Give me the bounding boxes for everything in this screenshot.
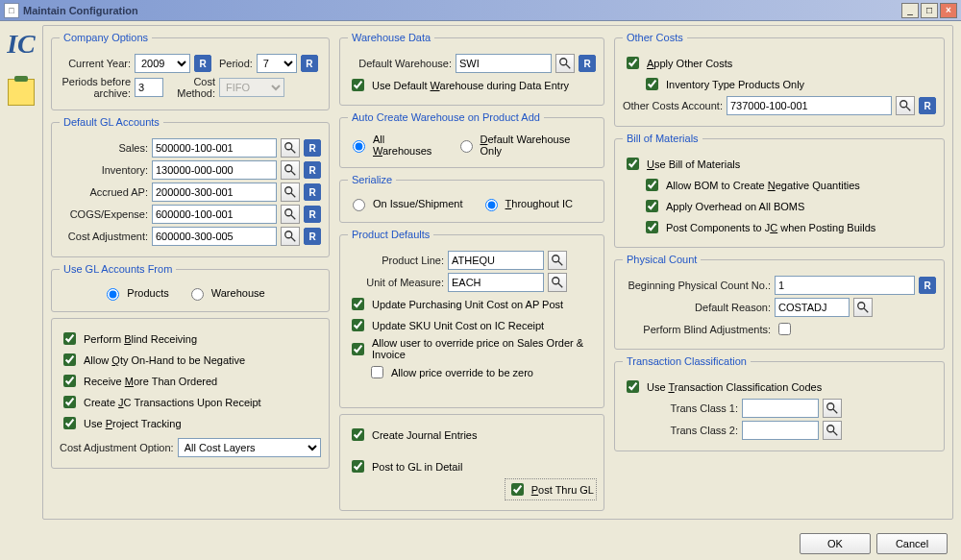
other-legend: Other Costs [623,32,687,43]
on-issue-radio[interactable]: On Issue/Shipment [348,196,463,211]
cogs-reset-button[interactable]: R [304,206,321,223]
product-line-input[interactable] [448,251,544,270]
inventory-lookup-button[interactable] [281,160,300,180]
serialize-legend: Serialize [348,174,396,185]
svg-line-17 [906,107,910,110]
minimize-button[interactable]: _ [901,3,919,18]
glfrom-legend: Use GL Accounts From [60,263,176,275]
uom-input[interactable] [448,273,544,292]
begin-count-label: Beginning Physical Count No.: [623,280,771,291]
current-year-select[interactable]: 2009 [135,54,190,73]
tc1-input[interactable] [742,399,819,418]
other-acct-label: Other Costs Account: [623,100,723,111]
other-acct-reset-button[interactable]: R [919,97,936,114]
bom-neg-check[interactable]: Allow BOM to Create Negative Quantities [642,176,936,194]
throughout-ic-radio[interactable]: Throughout IC [480,196,573,211]
maximize-button[interactable]: □ [921,3,938,18]
use-default-wh-check[interactable]: Use Default Warehouse during Data Entry [348,76,596,94]
create-je-check[interactable]: Create Journal Entries [348,426,477,444]
accrued-lookup-button[interactable] [281,183,300,202]
ok-button[interactable]: OK [800,533,871,554]
update-sku-check[interactable]: Update SKU Unit Cost on IC Receipt [348,316,596,334]
tc1-lookup-button[interactable] [823,399,842,418]
accrued-input[interactable] [152,183,277,202]
window-title: Maintain Configuration [23,5,901,16]
tc2-input[interactable] [742,421,819,440]
glfrom-warehouse-radio[interactable]: Warehouse [186,285,265,301]
note-icon[interactable] [8,79,35,106]
period-reset-button[interactable]: R [301,55,318,72]
use-bom-check[interactable]: Use Bill of Materials [623,155,936,173]
journal-box: Create Journal Entries Post to GL in Det… [339,414,604,511]
receive-more-check[interactable]: Receive More Than Ordered [60,372,321,390]
costadj-lookup-button[interactable] [281,227,300,246]
override-zero-check[interactable]: Allow price override to be zero [367,363,596,381]
close-button[interactable]: × [940,3,957,18]
blind-receiving-check[interactable]: Perform Blind Receiving [60,329,321,348]
project-tracking-check[interactable]: Use Project Tracking [60,414,321,432]
bom-overhead-check[interactable]: Apply Overhead on All BOMS [642,197,936,215]
current-year-reset-button[interactable]: R [194,55,211,72]
product-line-lookup-button[interactable] [548,251,567,270]
tc2-lookup-button[interactable] [823,421,842,440]
costadj-reset-button[interactable]: R [304,228,321,245]
other-acct-input[interactable] [727,96,892,115]
glfrom-products-radio[interactable]: Products [102,285,168,301]
col-left: Company Options Current Year: 2009 R Per… [51,32,330,511]
other-costs: Other Costs Apply Other Costs Inventory … [614,32,945,127]
other-acct-lookup-button[interactable] [896,96,915,115]
default-wh-lookup-button[interactable] [555,54,575,73]
inventory-input[interactable] [152,160,277,180]
apply-other-costs-check[interactable]: Apply Other Costs [623,54,936,72]
jc-trans-check[interactable]: Create JC Transactions Upon Receipt [60,393,321,411]
footer-buttons: OK Cancel [800,533,948,554]
svg-line-13 [558,261,562,265]
uom-lookup-button[interactable] [548,273,567,292]
gl-accounts-from: Use GL Accounts From Products Warehouse [51,263,330,312]
cogs-lookup-button[interactable] [281,205,300,224]
default-wh-input[interactable] [456,54,552,73]
qty-negative-check[interactable]: Allow Qty On-Hand to be Negative [60,351,321,369]
main-area: Company Options Current Year: 2009 R Per… [42,21,961,560]
inv-type-only-check[interactable]: Inventory Type Products Only [642,75,936,93]
cogs-input[interactable] [152,205,277,224]
default-wh-label: Default Warehouse: [348,58,452,69]
sales-label: Sales: [60,142,148,154]
post-detail-check[interactable]: Post to GL in Detail [348,457,462,475]
transaction-classification: Transaction Classification Use Transacti… [614,355,945,451]
inventory-reset-button[interactable]: R [304,161,321,179]
gl-legend: Default GL Accounts [60,116,163,128]
cost-adj-option-select[interactable]: All Cost Layers [178,438,321,457]
default-reason-input[interactable] [775,298,850,317]
svg-point-14 [553,278,559,284]
company-options-legend: Company Options [60,32,152,43]
costadj-input[interactable] [152,227,277,246]
begin-count-input[interactable] [775,276,915,295]
periods-before-label: Periods beforearchive: [60,76,131,99]
periods-before-input[interactable] [135,78,163,97]
default-reason-label: Default Reason: [623,302,771,313]
accrued-reset-button[interactable]: R [304,183,321,201]
cost-method-select: FIFO [219,78,284,97]
svg-line-1 [291,149,295,153]
use-xclass-check[interactable]: Use Transaction Classification Codes [623,377,936,396]
begin-count-reset-button[interactable]: R [919,277,936,294]
period-select[interactable]: 7 [257,54,297,73]
post-thru-gl-check[interactable]: Post Thru GL [505,479,596,499]
all-warehouses-radio[interactable]: All Warehouses [348,134,438,157]
sales-input[interactable] [152,138,277,158]
cancel-button[interactable]: Cancel [876,533,948,554]
sales-lookup-button[interactable] [281,138,300,158]
update-purchasing-check[interactable]: Update Purchasing Unit Cost on AP Post [348,295,596,313]
blind-adj-check[interactable] [778,323,791,335]
default-wh-only-radio[interactable]: Default Warehouse Only [456,134,583,157]
left-sidebar: IC [0,21,42,560]
bom-postjc-check[interactable]: Post Components to JC when Posting Build… [642,218,936,236]
default-reason-lookup-button[interactable] [853,298,873,317]
override-price-check[interactable]: Allow user to override price on Sales Or… [348,337,596,360]
default-wh-reset-button[interactable]: R [579,55,596,72]
period-label: Period: [219,58,253,69]
col-middle: Warehouse Data Default Warehouse: R Use … [339,32,604,511]
left-checks: Perform Blind Receiving Allow Qty On-Han… [51,318,330,469]
sales-reset-button[interactable]: R [304,139,321,157]
